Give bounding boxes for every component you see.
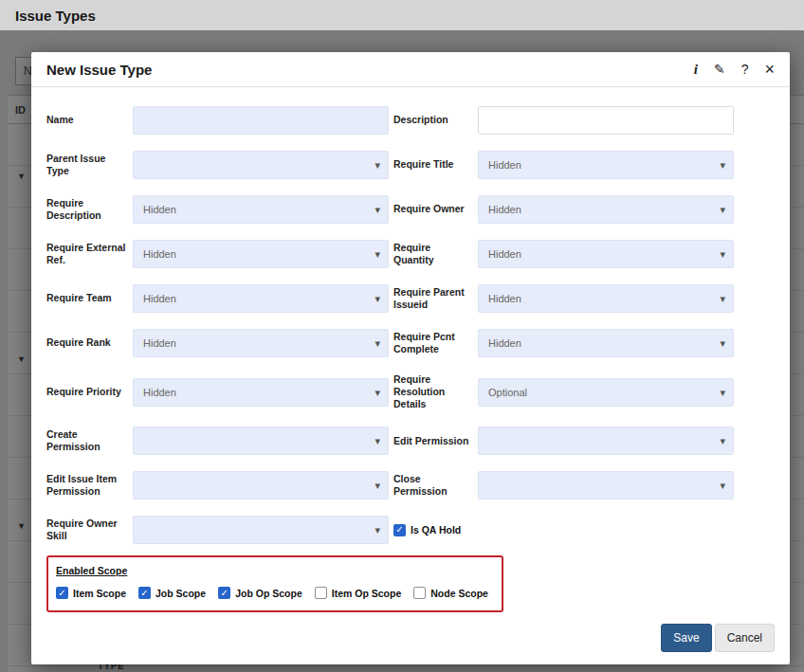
select-parent-issue-type[interactable]: ▾ — [133, 151, 389, 179]
field-label-require-priority: Require Priority — [46, 386, 133, 398]
chevron-down-icon: ▾ — [720, 337, 725, 350]
chevron-down-icon: ▾ — [720, 248, 725, 261]
select-create-permission[interactable]: ▾ — [133, 427, 389, 455]
chevron-down-icon: ▾ — [375, 248, 380, 261]
select-value-require-priority: Hidden — [143, 387, 176, 398]
chevron-down-icon: ▾ — [720, 293, 725, 305]
scope-option-item-op-scope: Item Op Scope — [315, 587, 402, 599]
page-title: Issue Types — [15, 8, 96, 24]
select-require-owner-skill[interactable]: ▾ — [133, 516, 389, 544]
field-label-edit-permission: Edit Permission — [389, 435, 478, 447]
select-value-require-external-ref: Hidden — [143, 248, 176, 260]
select-require-resolution-details[interactable]: Optional▾ — [478, 378, 734, 407]
enabled-scope-options: ✓Item Scope✓Job Scope✓Job Op ScopeItem O… — [56, 587, 488, 599]
scope-option-job-scope: ✓Job Scope — [138, 587, 206, 599]
scope-option-item-scope: ✓Item Scope — [56, 587, 126, 599]
item-scope-checkbox[interactable]: ✓ — [56, 587, 68, 599]
enabled-scope-section: Enabled Scope ✓Item Scope✓Job Scope✓Job … — [46, 555, 503, 612]
select-value-require-pcnt-complete: Hidden — [488, 337, 521, 349]
field-label-require-external-ref: Require External Ref. — [46, 242, 133, 266]
field-label-is-qa-hold: Is QA Hold — [411, 524, 461, 536]
chevron-down-icon: ▾ — [375, 159, 380, 172]
field-label-close-permission: Close Permission — [389, 473, 478, 498]
select-value-require-parent-issueid: Hidden — [488, 293, 521, 304]
select-require-description[interactable]: Hidden▾ — [133, 195, 389, 224]
field-label-description: Description — [389, 114, 478, 126]
chevron-down-icon: ▾ — [375, 435, 380, 447]
field-label-require-resolution-details: Require Resolution Details — [389, 373, 478, 410]
dialog-footer: Save Cancel — [31, 624, 790, 664]
field-label-create-permission: Create Permission — [46, 428, 133, 453]
select-require-external-ref[interactable]: Hidden▾ — [133, 240, 389, 268]
field-label-edit-issue-item-permission: Edit Issue Item Permission — [46, 473, 133, 498]
is-qa-hold-checkbox[interactable]: ✓ — [393, 524, 406, 536]
scope-label-node-scope: Node Scope — [430, 588, 488, 599]
field-label-name: Name — [46, 114, 133, 126]
field-label-require-title: Require Title — [389, 158, 478, 171]
select-edit-permission[interactable]: ▾ — [478, 427, 734, 455]
dialog-body: NameDescriptionParent Issue Type▾Require… — [31, 87, 790, 624]
field-label-require-owner-skill: Require Owner Skill — [46, 518, 133, 542]
cancel-button[interactable]: Cancel — [715, 624, 775, 652]
scope-label-job-scope: Job Scope — [155, 588, 206, 599]
dialog-title: New Issue Type — [46, 62, 152, 78]
select-value-require-quantity: Hidden — [488, 248, 521, 260]
item-op-scope-checkbox[interactable] — [315, 587, 327, 599]
select-require-owner[interactable]: Hidden▾ — [478, 195, 734, 224]
field-label-require-description: Require Description — [46, 197, 133, 222]
edit-icon[interactable]: ✎ — [714, 63, 725, 76]
input-description[interactable] — [478, 106, 734, 135]
select-value-require-description: Hidden — [143, 204, 176, 215]
chevron-down-icon: ▾ — [375, 524, 380, 536]
chevron-down-icon: ▾ — [720, 480, 725, 492]
help-icon[interactable]: ? — [741, 63, 749, 76]
chevron-down-icon: ▾ — [720, 159, 725, 172]
select-require-title[interactable]: Hidden▾ — [478, 151, 734, 179]
chevron-down-icon: ▾ — [720, 204, 725, 216]
node-scope-checkbox[interactable] — [413, 587, 426, 599]
chevron-down-icon: ▾ — [375, 204, 380, 216]
dialog-titlebar: New Issue Type i ✎ ? × — [31, 52, 790, 87]
field-label-require-owner: Require Owner — [389, 203, 478, 215]
info-icon[interactable]: i — [694, 63, 698, 77]
chevron-down-icon: ▾ — [375, 293, 380, 305]
select-require-rank[interactable]: Hidden▾ — [133, 329, 389, 357]
job-scope-checkbox[interactable]: ✓ — [138, 587, 151, 599]
close-icon[interactable]: × — [764, 61, 775, 78]
chevron-down-icon: ▾ — [375, 480, 380, 492]
chevron-down-icon: ▾ — [375, 337, 380, 350]
chevron-down-icon: ▾ — [720, 435, 725, 447]
select-close-permission[interactable]: ▾ — [478, 471, 734, 499]
enabled-scope-heading: Enabled Scope — [56, 565, 488, 576]
field-label-require-team: Require Team — [46, 292, 133, 304]
scope-label-job-op-scope: Job Op Scope — [235, 588, 302, 599]
select-value-require-rank: Hidden — [143, 337, 176, 349]
field-label-require-rank: Require Rank — [46, 336, 133, 349]
scope-option-node-scope: Node Scope — [413, 587, 488, 599]
select-require-parent-issueid[interactable]: Hidden▾ — [478, 284, 734, 313]
chevron-down-icon: ▾ — [720, 386, 725, 398]
select-value-require-team: Hidden — [143, 293, 176, 304]
new-issue-type-dialog: New Issue Type i ✎ ? × NameDescriptionPa… — [31, 52, 790, 664]
select-edit-issue-item-permission[interactable]: ▾ — [133, 471, 389, 499]
chevron-down-icon: ▾ — [375, 386, 380, 398]
field-label-parent-issue-type: Parent Issue Type — [46, 153, 133, 177]
select-require-quantity[interactable]: Hidden▾ — [478, 240, 734, 268]
field-label-require-quantity: Require Quantity — [389, 242, 478, 266]
scope-label-item-op-scope: Item Op Scope — [332, 588, 402, 599]
job-op-scope-checkbox[interactable]: ✓ — [218, 587, 230, 599]
field-is-qa-hold: ✓Is QA Hold — [389, 524, 734, 536]
save-button[interactable]: Save — [661, 624, 711, 652]
field-label-require-pcnt-complete: Require Pcnt Complete — [389, 331, 478, 355]
form-grid: NameDescriptionParent Issue Type▾Require… — [46, 106, 734, 544]
select-value-require-resolution-details: Optional — [488, 387, 527, 398]
select-require-team[interactable]: Hidden▾ — [133, 284, 389, 313]
dialog-toolbar: i ✎ ? × — [694, 61, 775, 78]
scope-label-item-scope: Item Scope — [73, 588, 126, 599]
select-value-require-owner: Hidden — [488, 204, 521, 215]
select-value-require-title: Hidden — [488, 159, 521, 171]
select-require-pcnt-complete[interactable]: Hidden▾ — [478, 329, 734, 357]
input-name[interactable] — [133, 106, 389, 135]
field-label-require-parent-issueid: Require Parent Issueid — [389, 286, 478, 311]
select-require-priority[interactable]: Hidden▾ — [133, 378, 389, 407]
